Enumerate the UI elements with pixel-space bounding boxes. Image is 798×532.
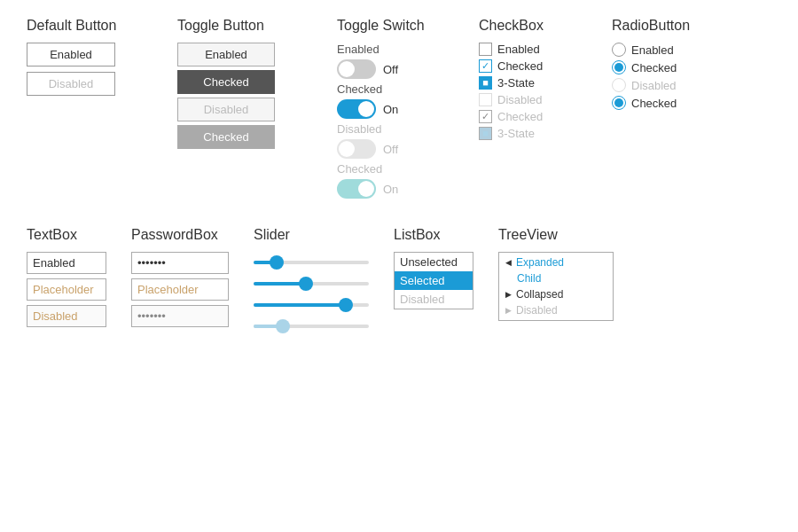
tree-arrow-expanded-icon: ◀ — [503, 257, 513, 268]
switch-disabled-off — [337, 139, 376, 159]
toggle-switch-enabled-group: Enabled Off Checked On Disabled — [337, 43, 427, 200]
textbox-title: TextBox — [27, 227, 77, 243]
textbox-enabled[interactable] — [27, 252, 106, 274]
section-toggle-switch: Toggle Switch Enabled Off Checked On Dis… — [337, 18, 452, 200]
radio-row-disabled: Disabled — [612, 78, 677, 92]
tree-label-child: Child — [517, 272, 541, 285]
treeview-title: TreeView — [498, 227, 558, 243]
checkmark-tristate-icon: ■ — [482, 78, 489, 88]
radio-row-enabled: Enabled — [612, 43, 674, 57]
toggle-switch-title: Toggle Switch — [337, 18, 425, 34]
checkbox-enabled[interactable] — [479, 43, 492, 56]
default-button-title: Default Button — [27, 18, 116, 34]
top-row: Default Button Enabled Disabled Toggle B… — [27, 18, 771, 200]
slider-thumb-1[interactable] — [270, 255, 284, 270]
checkbox-checked[interactable]: ✓ — [479, 59, 492, 73]
section-listbox: ListBox Unselected Selected Disabled — [394, 227, 473, 337]
section-default-button: Default Button Enabled Disabled — [27, 18, 151, 200]
listbox: Unselected Selected Disabled — [394, 252, 473, 309]
passwordbox-placeholder[interactable] — [131, 278, 229, 301]
slider-fill-3 — [254, 303, 346, 307]
checkbox-row-disabled: Disabled — [479, 93, 543, 106]
default-button-disabled: Disabled — [27, 72, 115, 96]
radio-label-checked2: Checked — [631, 97, 677, 110]
radio-label-disabled: Disabled — [631, 79, 677, 92]
slider-track-2[interactable] — [254, 282, 369, 286]
tree-label-disabled: Disabled — [516, 304, 558, 317]
switch-checked-label: Checked — [337, 82, 427, 96]
bottom-row: TextBox PasswordBox Slider — [27, 227, 771, 337]
switch-off[interactable] — [337, 59, 376, 79]
checkmark-icon: ✓ — [481, 61, 489, 71]
toggle-button-checked-dark[interactable]: Checked — [177, 70, 275, 94]
section-passwordbox: PasswordBox — [131, 227, 229, 337]
toggle-button-disabled: Disabled — [177, 98, 275, 121]
checkbox-row-disabled-tristate: ■ 3-State — [479, 127, 535, 140]
slider-track-3[interactable] — [254, 303, 369, 307]
toggle-button-enabled[interactable]: Enabled — [177, 43, 275, 66]
radio-checked[interactable] — [612, 60, 626, 74]
radio-disabled — [612, 78, 626, 92]
default-button-enabled[interactable]: Enabled — [27, 43, 115, 66]
switch-row-on: On — [337, 99, 427, 119]
switch-disabled-label: Disabled — [337, 122, 427, 136]
section-slider: Slider — [254, 227, 369, 337]
checkmark-disabled-icon: ✓ — [481, 112, 489, 121]
toggle-switch-enabled-label: Enabled — [337, 43, 427, 56]
passwordbox-enabled[interactable] — [131, 252, 229, 274]
switch-label-on: On — [383, 103, 427, 116]
radio-checked2[interactable] — [612, 96, 626, 110]
textbox-disabled — [27, 305, 106, 327]
slider-thumb-4 — [276, 319, 290, 333]
section-toggle-button: Toggle Button Enabled Checked Disabled C… — [177, 18, 310, 200]
passwordbox-title: PasswordBox — [131, 227, 218, 243]
radiobutton-title: RadioButton — [612, 18, 690, 34]
checkbox-disabled-checked: ✓ — [479, 110, 492, 123]
checkbox-label-checked: Checked — [497, 59, 543, 73]
checkbox-label-disabled-checked: Checked — [497, 110, 543, 123]
tree-item-collapsed[interactable]: ▶ Collapsed — [499, 286, 613, 302]
radio-inner-checked2 — [614, 98, 623, 107]
slider-thumb-3[interactable] — [339, 298, 353, 312]
switch-thumb-off — [339, 61, 355, 77]
section-radiobutton: RadioButton Enabled Checked Disabled — [612, 18, 727, 200]
switch-checked-disabled-label: Checked — [337, 162, 427, 176]
listbox-item-selected[interactable]: Selected — [395, 271, 473, 290]
passwordbox-disabled — [131, 305, 229, 327]
switch-row-disabled-off: Off — [337, 139, 427, 159]
switch-label-disabled-off: Off — [383, 143, 427, 156]
listbox-item-disabled: Disabled — [395, 290, 473, 309]
checkbox-label-disabled-tristate: 3-State — [497, 127, 535, 140]
radio-row-checked: Checked — [612, 60, 677, 74]
checkbox-disabled-tristate: ■ — [479, 127, 492, 140]
tree-item-child[interactable]: Child — [499, 270, 613, 286]
listbox-item-unselected[interactable]: Unselected — [395, 253, 473, 271]
checkmark-disabled-tristate-icon: ■ — [482, 129, 489, 138]
slider-thumb-2[interactable] — [299, 277, 313, 291]
toggle-button-title: Toggle Button — [177, 18, 264, 34]
checkbox-tristate[interactable]: ■ — [479, 76, 492, 90]
slider-title: Slider — [254, 227, 290, 243]
radio-enabled[interactable] — [612, 43, 626, 57]
tree-arrow-disabled-icon: ▶ — [503, 305, 513, 316]
tree-item-expanded[interactable]: ◀ Expanded — [499, 254, 613, 270]
checkbox-disabled — [479, 93, 492, 106]
slider-track-4 — [254, 325, 369, 328]
toggle-button-checked-gray[interactable]: Checked — [177, 125, 275, 149]
switch-label-off: Off — [383, 63, 427, 76]
tree-label-expanded: Expanded — [516, 256, 564, 269]
switch-thumb-disabled-off — [339, 141, 355, 157]
radio-inner-checked — [614, 63, 623, 72]
radio-row-checked2: Checked — [612, 96, 677, 110]
section-checkbox: CheckBox Enabled ✓ Checked ■ 3-State — [479, 18, 585, 200]
textbox-placeholder[interactable] — [27, 278, 106, 301]
tree-label-collapsed: Collapsed — [516, 288, 563, 301]
switch-on[interactable] — [337, 99, 376, 119]
listbox-title: ListBox — [394, 227, 440, 243]
switch-thumb-on — [358, 101, 374, 117]
slider-track-1[interactable] — [254, 261, 369, 264]
switch-disabled-on — [337, 179, 376, 199]
switch-label-disabled-on: On — [383, 183, 427, 196]
tree-item-disabled: ▶ Disabled — [499, 302, 613, 318]
switch-row-disabled-on: On — [337, 179, 427, 199]
